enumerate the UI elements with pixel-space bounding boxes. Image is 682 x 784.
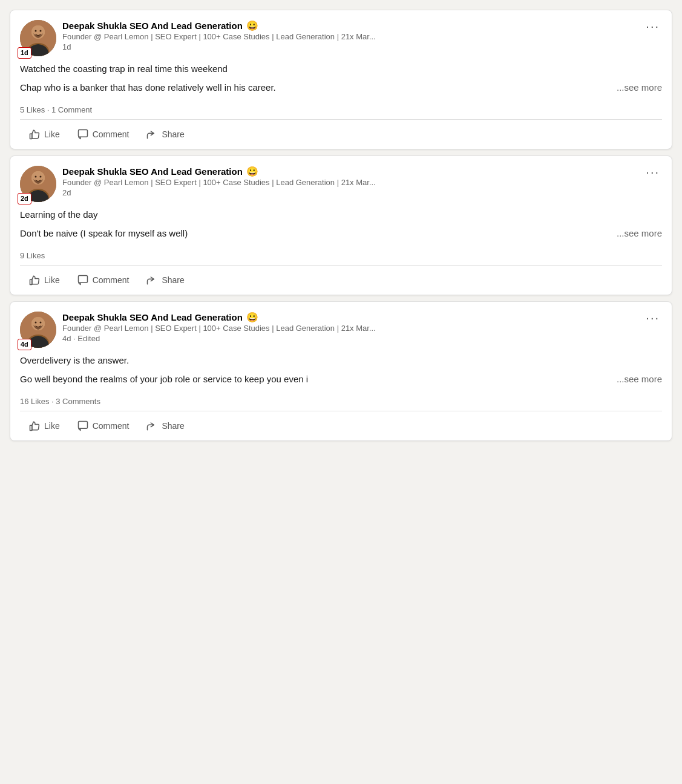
author-line: Deepak Shukla SEO And Lead Generation 😀 [62, 312, 638, 323]
like-icon [28, 128, 41, 140]
like-icon [28, 274, 41, 286]
emoji-icon: 😀 [246, 166, 258, 177]
like-label: Like [44, 421, 60, 431]
more-menu-button[interactable]: ··· [643, 166, 662, 178]
post-meta: Deepak Shukla SEO And Lead Generation 😀 … [62, 166, 638, 197]
edited-separator: · [71, 334, 77, 343]
comment-label: Comment [93, 275, 130, 285]
post-header: 4d Deepak Shukla SEO And Lead Generation… [20, 312, 662, 348]
timestamp-text: 4d [62, 334, 71, 343]
svg-point-5 [40, 30, 42, 32]
svg-point-4 [35, 30, 37, 32]
post-meta: Deepak Shukla SEO And Lead Generation 😀 … [62, 312, 638, 343]
post-title: Watched the coasting trap in real time t… [20, 62, 662, 76]
post-excerpt-text: Chap who is a banker that has done relat… [20, 81, 612, 95]
post-stats: 9 Likes [20, 246, 662, 265]
share-icon [146, 128, 158, 140]
post-excerpt: Chap who is a banker that has done relat… [20, 81, 662, 95]
post-content: Learning of the day Don't be naive (I sp… [20, 208, 662, 246]
svg-point-11 [35, 176, 37, 178]
timestamp-text: 1d [62, 42, 71, 51]
post-actions: Like Comment Share [20, 411, 662, 440]
timestamp-line: 4d · Edited [62, 334, 638, 343]
like-button[interactable]: Like [20, 268, 68, 292]
post-card-1: 1d Deepak Shukla SEO And Lead Generation… [10, 10, 672, 149]
comment-label: Comment [93, 421, 130, 431]
post-stats: 5 Likes · 1 Comment [20, 100, 662, 119]
comment-icon [77, 274, 89, 286]
post-content: Overdelivery is the answer. Go well beyo… [20, 354, 662, 392]
comment-icon [77, 420, 89, 432]
post-excerpt-text: Don't be naive (I speak for myself as we… [20, 227, 612, 241]
see-more-link[interactable]: ...see more [617, 373, 662, 387]
like-button[interactable]: Like [20, 414, 68, 438]
share-label: Share [162, 421, 184, 431]
timestamp-line: 2d [62, 188, 638, 197]
timestamp-badge: 4d [18, 339, 31, 350]
edited-badge: Edited [77, 334, 100, 343]
comment-button[interactable]: Comment [68, 268, 138, 292]
share-button[interactable]: Share [137, 122, 192, 146]
emoji-icon: 😀 [246, 20, 258, 31]
share-label: Share [162, 275, 184, 285]
post-excerpt: Go well beyond the realms of your job ro… [20, 373, 662, 387]
like-label: Like [44, 129, 60, 139]
avatar-wrapper: 2d [20, 166, 56, 202]
timestamp-badge: 1d [18, 47, 31, 59]
emoji-icon: 😀 [246, 312, 258, 323]
post-content: Watched the coasting trap in real time t… [20, 62, 662, 100]
author-subtitle: Founder @ Pearl Lemon | SEO Expert | 100… [62, 178, 638, 187]
author-name[interactable]: Deepak Shukla SEO And Lead Generation [62, 312, 243, 322]
timestamp-line: 1d [62, 42, 638, 51]
more-menu-button[interactable]: ··· [643, 312, 662, 324]
post-excerpt: Don't be naive (I speak for myself as we… [20, 227, 662, 241]
author-subtitle: Founder @ Pearl Lemon | SEO Expert | 100… [62, 324, 638, 333]
post-excerpt-text: Go well beyond the realms of your job ro… [20, 373, 612, 387]
more-menu-button[interactable]: ··· [643, 20, 662, 32]
see-more-link[interactable]: ...see more [617, 81, 662, 95]
comment-button[interactable]: Comment [68, 122, 138, 146]
author-line: Deepak Shukla SEO And Lead Generation 😀 [62, 20, 638, 31]
share-icon [146, 420, 158, 432]
like-label: Like [44, 275, 60, 285]
see-more-link[interactable]: ...see more [617, 227, 662, 241]
post-meta: Deepak Shukla SEO And Lead Generation 😀 … [62, 20, 638, 51]
share-icon [146, 274, 158, 286]
comment-label: Comment [93, 129, 130, 139]
svg-point-18 [35, 322, 37, 324]
author-line: Deepak Shukla SEO And Lead Generation 😀 [62, 166, 638, 177]
post-card-2: 2d Deepak Shukla SEO And Lead Generation… [10, 155, 672, 295]
avatar-wrapper: 4d [20, 312, 56, 348]
timestamp-badge: 2d [18, 193, 31, 204]
share-button[interactable]: Share [137, 414, 192, 438]
post-actions: Like Comment Share [20, 120, 662, 149]
timestamp-text: 2d [62, 188, 71, 197]
post-stats: 16 Likes · 3 Comments [20, 392, 662, 411]
post-title: Learning of the day [20, 208, 662, 222]
svg-rect-13 [78, 276, 87, 283]
share-button[interactable]: Share [137, 268, 192, 292]
avatar-wrapper: 1d [20, 20, 56, 56]
post-actions: Like Comment Share [20, 266, 662, 295]
comment-button[interactable]: Comment [68, 414, 138, 438]
like-icon [28, 420, 41, 432]
share-label: Share [162, 129, 184, 139]
svg-point-19 [40, 322, 42, 324]
author-name[interactable]: Deepak Shukla SEO And Lead Generation [62, 21, 243, 31]
like-button[interactable]: Like [20, 122, 68, 146]
author-subtitle: Founder @ Pearl Lemon | SEO Expert | 100… [62, 32, 638, 41]
post-title: Overdelivery is the answer. [20, 354, 662, 368]
svg-point-12 [40, 176, 42, 178]
svg-rect-20 [78, 422, 87, 429]
author-name[interactable]: Deepak Shukla SEO And Lead Generation [62, 166, 243, 177]
svg-rect-6 [78, 130, 87, 137]
comment-icon [77, 128, 89, 140]
post-card-3: 4d Deepak Shukla SEO And Lead Generation… [10, 301, 672, 441]
post-header: 2d Deepak Shukla SEO And Lead Generation… [20, 166, 662, 202]
post-header: 1d Deepak Shukla SEO And Lead Generation… [20, 20, 662, 56]
